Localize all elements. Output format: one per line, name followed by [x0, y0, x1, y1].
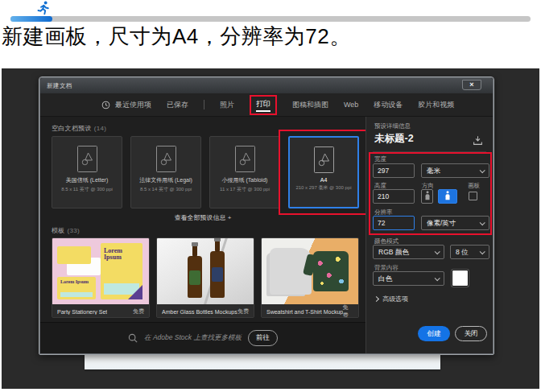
dialog-content: 空白文档预设(14) 美国信纸 (Letter) 8.5 x 11 英寸 @ 3… — [40, 117, 493, 353]
progress-bar-fill — [10, 16, 52, 22]
preset-card-letter[interactable]: 美国信纸 (Letter) 8.5 x 11 英寸 @ 300 ppi — [52, 136, 122, 208]
progress-bar — [10, 16, 531, 22]
left-panel: 空白文档预设(14) 美国信纸 (Letter) 8.5 x 11 英寸 @ 3… — [40, 117, 365, 353]
width-input[interactable]: 297 — [373, 163, 415, 178]
tab-art-illustration[interactable]: 图稿和插图 — [292, 100, 328, 110]
tab-web[interactable]: Web — [344, 101, 358, 109]
preset-card-tabloid[interactable]: 小报用纸 (Tabloid) 11 x 17 英寸 @ 300 ppi — [209, 136, 280, 208]
new-document-dialog: 新建文档 × 最近使用项 已保存 照片 打印 图稿和插图 Web 移动设备 胶片… — [39, 76, 494, 355]
dialog-title: 新建文档 — [47, 82, 72, 90]
preset-card-a4-selected[interactable]: A4 210 x 297 毫米 @ 300 ppi — [288, 136, 359, 208]
chevron-down-icon — [435, 275, 440, 281]
close-button[interactable]: 关闭 — [455, 326, 487, 341]
clock-icon — [101, 101, 110, 109]
tab-recent[interactable]: 最近使用项 — [115, 100, 151, 110]
bit-depth-select[interactable]: 8 位 — [450, 245, 489, 259]
background-color-swatch[interactable] — [452, 270, 469, 287]
chevron-down-icon — [480, 249, 485, 254]
height-input[interactable]: 210 — [373, 189, 415, 204]
save-preset-icon[interactable] — [473, 135, 483, 146]
background-select[interactable]: 白色 — [373, 271, 444, 286]
chevron-right-icon — [374, 296, 379, 302]
blank-presets-heading: 空白文档预设(14) — [52, 124, 106, 133]
templates-heading: 模板(33) — [52, 226, 80, 235]
category-tabbar: 最近使用项 已保存 照片 打印 图稿和插图 Web 移动设备 胶片和视频 — [40, 93, 493, 117]
chevron-down-icon — [480, 167, 485, 173]
portrait-person-icon — [425, 194, 429, 200]
details-heading: 预设详细信息 — [374, 122, 411, 130]
photoshop-background: 新建文档 × 最近使用项 已保存 照片 打印 图稿和插图 Web 移动设备 胶片… — [2, 68, 539, 389]
runner-icon — [35, 0, 52, 16]
stock-search-input[interactable]: 在 Adobe Stock 上查找更多模板 — [144, 333, 242, 343]
go-button[interactable]: 前往 — [248, 330, 278, 346]
unit-select[interactable]: 毫米 — [421, 163, 489, 178]
preset-details-panel: 预设详细信息 未标题-2 宽度 297 毫米 高度 210 方向 — [365, 117, 493, 353]
artboard-label: 画板 — [468, 182, 480, 190]
view-all-presets-link[interactable]: 查看全部预设信息 + — [40, 213, 365, 222]
artboard-checkbox[interactable] — [469, 192, 477, 200]
preset-card-legal[interactable]: 法律文件用纸 (Legal) 8.5 x 14 英寸 @ 300 ppi — [130, 136, 201, 208]
template-thumbnail-stationery: Lorem Ipsum Lorem Ipsum — [52, 238, 149, 304]
tab-mobile[interactable]: 移动设备 — [374, 100, 403, 110]
tab-photo[interactable]: 照片 — [220, 100, 234, 110]
chevron-down-icon — [435, 249, 440, 254]
background-status-bar — [85, 354, 440, 369]
page-title: 新建画板，尺寸为A4，分辨率为72。 — [2, 23, 351, 51]
resolution-unit-select[interactable]: 像素/英寸 — [421, 216, 489, 230]
tab-saved[interactable]: 已保存 — [167, 100, 188, 110]
search-icon — [128, 333, 138, 343]
tab-film-video[interactable]: 胶片和视频 — [418, 100, 454, 110]
landscape-orientation-button[interactable] — [438, 189, 457, 204]
dialog-titlebar: 新建文档 × — [40, 78, 493, 93]
advanced-options-toggle[interactable]: 高级选项 — [374, 295, 408, 303]
create-button[interactable]: 创建 — [418, 326, 450, 341]
color-mode-select[interactable]: RGB 颜色 — [373, 245, 444, 259]
portrait-orientation-button[interactable] — [421, 189, 433, 204]
chevron-down-icon — [480, 220, 485, 225]
panel-divider — [373, 151, 486, 152]
template-card-sweatshirt-tshirt[interactable]: Sweatshirt and T-Shirt Mockups 免费 — [261, 237, 359, 318]
tab-print[interactable]: 打印 — [250, 95, 277, 115]
template-thumbnail-bottles — [157, 238, 254, 304]
width-label: 宽度 — [374, 155, 386, 163]
template-thumbnail-shirts — [262, 238, 358, 304]
document-name-field[interactable]: 未标题-2 — [374, 132, 414, 146]
stock-search-bar: 在 Adobe Stock 上查找更多模板 前往 — [40, 322, 365, 353]
template-card-amber-bottles[interactable]: Amber Glass Bottles Mockups 免费 — [156, 237, 254, 318]
resolution-input[interactable]: 72 — [373, 216, 415, 230]
landscape-person-icon — [446, 194, 450, 200]
dialog-close-icon[interactable]: × — [462, 80, 481, 90]
tab-divider — [204, 100, 204, 109]
template-card-party-stationery[interactable]: Lorem Ipsum Lorem Ipsum Party Stationery… — [52, 237, 150, 318]
